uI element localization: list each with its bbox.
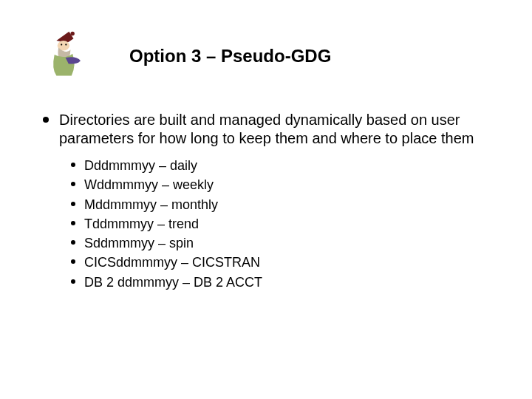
bullet-dot-icon [71,221,75,225]
svg-point-2 [61,44,62,45]
bullet-text: Wddmmmyy – weekly [84,176,502,194]
bullet-text: Dddmmmyy – daily [84,157,502,174]
bullet-level2: Wddmmmyy – weekly [71,176,502,194]
bullet-dot-icon [71,240,75,245]
bullet-dot-icon [71,202,75,206]
bullet-text: Mddmmmyy – monthly [84,196,502,214]
sub-bullet-list: Dddmmmyy – daily Wddmmmyy – weekly Mddmm… [71,157,502,291]
bullet-level2: CICSddmmmyy – CICSTRAN [71,253,502,271]
bullet-level2: Sddmmmyy – spin [71,234,502,252]
bullet-level2: Dddmmmyy – daily [71,157,502,174]
bullet-text: Sddmmmyy – spin [84,234,502,252]
slide-body: Directories are built and managed dynami… [43,111,502,293]
bullet-dot-icon [71,279,75,284]
slide-title: Option 3 – Pseudo-GDG [129,46,331,66]
bullet-level2: Mddmmmyy – monthly [71,196,502,214]
bullet-level1: Directories are built and managed dynami… [43,111,502,148]
slide: Option 3 – Pseudo-GDG Directories are bu… [0,0,532,399]
svg-point-3 [65,44,66,45]
bullet-dot-icon [71,182,75,186]
bullet-dot-icon [71,259,75,264]
bullet-dot-icon [43,117,49,123]
wizard-mascot-icon [41,30,92,80]
svg-point-0 [70,32,74,35]
bullet-level2: Tddmmmyy – trend [71,215,502,233]
bullet-text: Tddmmmyy – trend [84,215,502,233]
bullet-text: DB 2 ddmmmyy – DB 2 ACCT [84,273,502,291]
bullet-level2: DB 2 ddmmmyy – DB 2 ACCT [71,273,502,291]
bullet-text: CICSddmmmyy – CICSTRAN [84,253,502,271]
bullet-text: Directories are built and managed dynami… [59,111,502,148]
bullet-dot-icon [71,163,75,167]
